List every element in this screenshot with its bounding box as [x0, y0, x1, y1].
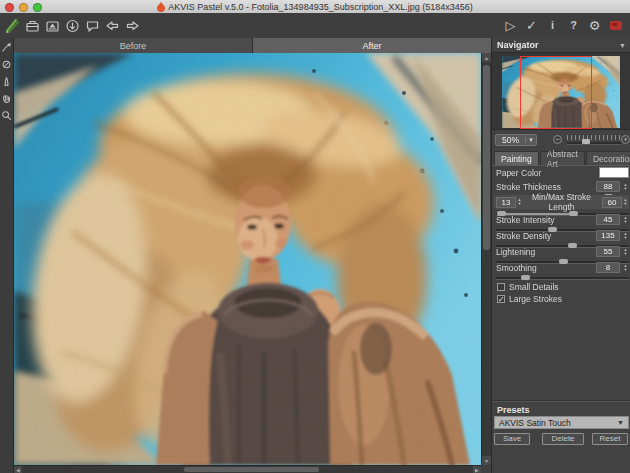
zoom-tool[interactable]: [1, 109, 13, 121]
stroke-length-min-value[interactable]: 13: [496, 197, 516, 208]
scroll-right-button[interactable]: ▶: [473, 466, 481, 473]
preset-delete-button[interactable]: Delete: [542, 433, 584, 445]
stroke-length-min-stepper[interactable]: ▲▼: [516, 198, 523, 206]
stroke-intensity-stepper[interactable]: ▲▼: [622, 214, 629, 225]
gear-icon: ⚙: [589, 19, 601, 32]
stroke-density-row: Stroke Density 135 ▲▼: [496, 230, 629, 242]
navigator-preview[interactable]: [492, 52, 630, 130]
zoom-in-button[interactable]: +: [621, 135, 630, 144]
stroke-length-max-value[interactable]: 60: [602, 197, 622, 208]
open-button[interactable]: [23, 15, 42, 36]
zoom-level-value: 50%: [496, 135, 525, 145]
feedback-button[interactable]: [606, 15, 625, 36]
large-strokes-label: Large Strokes: [509, 294, 562, 304]
zoom-slider-handle[interactable]: [582, 139, 590, 144]
undo-button[interactable]: [103, 15, 122, 36]
app-icon: [157, 2, 165, 12]
stroke-direction-tool[interactable]: [1, 58, 13, 70]
main-toolbar: ▷ ✓ i ? ⚙: [0, 13, 630, 39]
smoothing-handle[interactable]: [521, 275, 530, 280]
small-details-checkbox[interactable]: [497, 283, 505, 291]
tab-after[interactable]: After: [253, 38, 491, 53]
large-strokes-option[interactable]: ✓ Large Strokes: [497, 294, 562, 304]
small-details-option[interactable]: Small Details: [497, 282, 559, 292]
zoom-level-dropdown[interactable]: 50% ▼: [495, 134, 537, 146]
preferences-button[interactable]: ⚙: [585, 15, 604, 36]
lightening-stepper[interactable]: ▲▼: [622, 246, 629, 257]
stroke-length-row: 13 ▲▼ Min/Max Stroke Length 60 ▲▼: [494, 195, 629, 209]
smudge-tool[interactable]: [1, 75, 13, 87]
zoom-window-button[interactable]: [33, 3, 42, 12]
vertical-scroll-thumb[interactable]: [483, 65, 490, 250]
window-controls: [5, 3, 42, 12]
tab-painting[interactable]: Painting: [494, 151, 539, 165]
stroke-thickness-stepper[interactable]: ▲▼: [622, 181, 629, 192]
stroke-length-max-stepper[interactable]: ▲▼: [622, 198, 629, 206]
lightening-value[interactable]: 55: [596, 246, 620, 257]
paper-color-label: Paper Color: [496, 168, 541, 178]
stroke-length-label: Min/Max Stroke Length: [523, 192, 600, 212]
large-strokes-checkbox[interactable]: ✓: [497, 295, 505, 303]
redo-button[interactable]: [123, 15, 142, 36]
zoom-dropdown-caret-icon: ▼: [525, 137, 536, 143]
view-tab-bar: Before After: [14, 38, 491, 53]
tool-rail: [0, 38, 14, 473]
title-bar: AKVIS Pastel v.5.0 - Fotolia_134984935_S…: [0, 0, 630, 14]
navigator-view-frame[interactable]: [520, 56, 592, 129]
about-button[interactable]: i: [543, 15, 562, 36]
paper-color-row: Paper Color: [496, 167, 629, 179]
question-icon: ?: [570, 20, 577, 31]
run-button[interactable]: ▷: [501, 15, 520, 36]
share-button[interactable]: [83, 15, 102, 36]
smoothing-stepper[interactable]: ▲▼: [622, 262, 629, 273]
stroke-thickness-value[interactable]: 88: [596, 181, 620, 192]
preset-reset-button[interactable]: Reset: [592, 433, 628, 445]
save-button[interactable]: [43, 15, 62, 36]
paper-color-swatch[interactable]: [599, 167, 629, 178]
feedback-icon: [610, 21, 622, 30]
settings-panel: Navigator ▼ 50% ▼ − + Painting Abstr: [491, 38, 630, 473]
scroll-up-button[interactable]: ▲: [482, 53, 491, 62]
after-image: [14, 53, 481, 465]
tab-decoration[interactable]: Decoration: [586, 151, 630, 165]
stroke-intensity-value[interactable]: 45: [596, 214, 620, 225]
horizontal-scroll-thumb[interactable]: [184, 467, 319, 472]
zoom-slider-track[interactable]: [567, 142, 621, 145]
run-icon: ▷: [506, 19, 516, 32]
minimize-window-button[interactable]: [19, 3, 28, 12]
pastel-logo-icon[interactable]: [3, 15, 22, 36]
help-button[interactable]: ?: [564, 15, 583, 36]
window-title: AKVIS Pastel v.5.0 - Fotolia_134984935_S…: [168, 2, 473, 12]
tab-before[interactable]: Before: [14, 38, 252, 53]
smoothing-value[interactable]: 8: [596, 262, 620, 273]
scroll-left-button[interactable]: ◀: [14, 466, 22, 473]
stroke-density-value[interactable]: 135: [596, 230, 620, 241]
close-window-button[interactable]: [5, 3, 14, 12]
zoom-slider[interactable]: [567, 135, 621, 145]
navigator-title: Navigator: [497, 40, 539, 50]
tab-abstract-art[interactable]: Abstract Art: [540, 151, 585, 165]
preset-save-button[interactable]: Save: [494, 433, 530, 445]
preset-dropdown[interactable]: AKVIS Satin Touch ▼: [494, 416, 629, 429]
navigator-header[interactable]: Navigator ▼: [492, 38, 630, 52]
zoom-slider-ticks: [567, 135, 621, 140]
preset-dropdown-caret-icon: ▼: [617, 419, 624, 426]
hand-tool[interactable]: [1, 92, 13, 104]
horizontal-scrollbar[interactable]: ◀ ▶: [14, 465, 481, 473]
preset-selected-value: AKVIS Satin Touch: [499, 418, 617, 428]
app-window: AKVIS Pastel v.5.0 - Fotolia_134984935_S…: [0, 0, 630, 473]
quick-preview-tool[interactable]: [1, 41, 13, 53]
stroke-density-stepper[interactable]: ▲▼: [622, 230, 629, 241]
apply-check-icon: ✓: [526, 19, 537, 32]
smoothing-row: Smoothing 8 ▲▼: [496, 262, 629, 274]
navigator-collapse-icon[interactable]: ▼: [619, 42, 626, 49]
small-details-label: Small Details: [509, 282, 559, 292]
image-canvas[interactable]: [14, 53, 481, 465]
smoothing-slider[interactable]: [496, 274, 629, 281]
apply-button[interactable]: ✓: [522, 15, 541, 36]
zoom-out-button[interactable]: −: [553, 135, 562, 144]
scroll-down-button[interactable]: ▼: [482, 456, 491, 465]
zoom-controls: 50% ▼ − +: [492, 133, 630, 148]
vertical-scrollbar[interactable]: ▲ ▼: [481, 53, 491, 465]
print-button[interactable]: [63, 15, 82, 36]
